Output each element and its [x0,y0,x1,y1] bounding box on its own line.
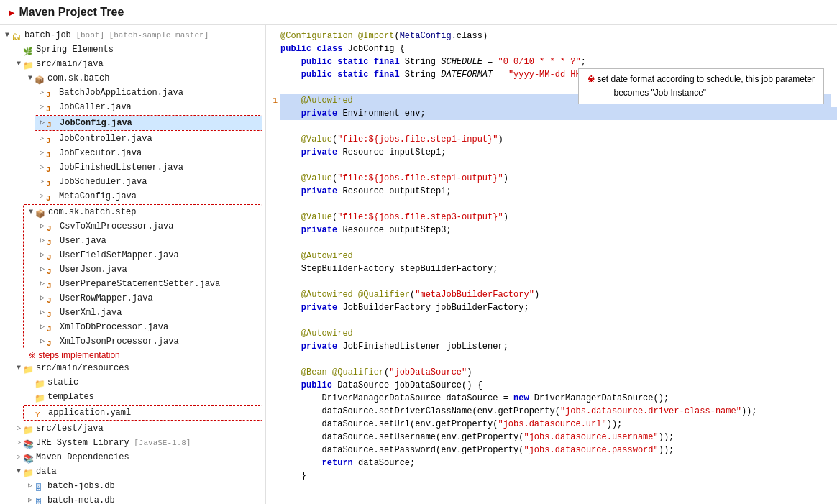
line-content: @Value("file:${jobs.file.step1-input}") [280,133,831,146]
line-content: @Bean @Qualifier("jobDataSource") [280,366,831,379]
code-panel: ※ set date format according to schedule,… [266,25,837,504]
expand-arrow: ▷ [38,335,47,348]
tree-item-BatchJobApplication[interactable]: ▷ J BatchJobApplication.java [0,86,265,100]
tree-label: application.yaml [48,406,131,419]
tree-label: JobScheduler.java [59,175,147,188]
java-icon: J [47,337,58,347]
line-content [280,275,831,288]
project-icon: 🗂 [12,31,23,41]
tree-label: XmlToJsonProcessor.java [60,335,179,348]
expand-arrow [26,376,35,389]
tree-item-CsvToXmlProcessor[interactable]: ▷ J CsvToXmlProcessor.java [24,219,262,234]
tree-item-batch-meta-db[interactable]: ▷ 🗄 batch-meta.db [0,493,265,504]
tree-item-batch-jobs-db[interactable]: ▷ 🗄 batch-jobs.db [0,479,265,493]
tree-label: JRE System Library [36,436,129,449]
expand-arrow: ▷ [38,292,47,305]
code-line-24: @Autowired [269,327,831,340]
expand-arrow: ▷ [14,436,23,449]
tree-label: com.sk.batch [47,72,109,85]
tree-item-JobScheduler[interactable]: ▷ J JobScheduler.java [0,175,265,189]
tree-item-batch-job[interactable]: ▼ 🗂 batch-job [boot] [batch-sample maste… [0,28,265,42]
code-line-17 [269,237,831,249]
tree-item-MetaConfig[interactable]: ▷ J MetaConfig.java [0,189,265,203]
callout-box: ※ set date format according to schedule,… [578,68,824,104]
tree-item-JobCaller[interactable]: ▷ J JobCaller.java [0,100,265,114]
tree-item-application-yaml[interactable]: Y application.yaml [24,406,262,420]
tree-item-data[interactable]: ▼ 📁 data [0,464,265,479]
tree-item-UserXml[interactable]: ▷ J UserXml.java [24,306,262,320]
tree-item-JobFinishedListener[interactable]: ▷ J JobFinishedListener.java [0,160,265,175]
tree-label: UserJson.java [60,263,127,276]
steps-annotation-text: ※ steps implementation [26,349,123,362]
code-line-12: @Value("file:${jobs.file.step1-output}") [269,172,831,185]
tree-item-JobExecutor[interactable]: ▷ J JobExecutor.java [0,146,265,160]
tree-item-UserRowMapper[interactable]: ▷ J UserRowMapper.java [24,291,262,306]
code-line-9: @Value("file:${jobs.file.step1-input}") [269,133,831,146]
lib-icon: 📚 [23,439,35,449]
tree-item-UserPrepareStatementSetter[interactable]: ▷ J UserPrepareStatementSetter.java [24,277,262,291]
tree-label-suffix: [boot] [batch-sample master] [71,29,209,42]
tree-label: batch-job [24,29,71,42]
tree-label: JobExecutor.java [59,147,142,160]
tree-item-XmlToJsonProcessor[interactable]: ▷ J XmlToJsonProcessor.java [24,334,262,349]
line-content: private Environment env; [280,107,837,120]
expand-arrow: ▷ [38,234,47,247]
code-line-20 [269,275,831,288]
line-content [280,314,831,327]
line-content: public static final String SCHEDULE = "0… [280,55,831,68]
tree-item-JobController[interactable]: ▷ J JobController.java [0,132,265,146]
tree-label: src/main/java [36,58,104,70]
line-content: } [280,469,831,482]
tree-item-com-sk-batch[interactable]: ▼ 📦 com.sk.batch [0,71,265,86]
java-icon: J [46,134,58,145]
tree-label: JobConfig.java [60,116,132,129]
tree-item-src-test-java[interactable]: ▷ 📁 src/test/java [0,421,265,436]
tree-panel: ▼ 🗂 batch-job [boot] [batch-sample maste… [0,25,266,504]
line-content: @Autowired @Qualifier("metaJobBuilderFac… [280,288,831,301]
expand-arrow: ▷ [38,220,47,233]
expand-arrow: ▷ [37,86,46,99]
tree-item-XmlToDbProcessor[interactable]: ▷ J XmlToDbProcessor.java [24,320,262,334]
tree-item-src-main-resources[interactable]: ▼ 📁 src/main/resources [0,361,265,375]
tree-label: batch-meta.db [47,494,115,504]
tree-item-com-sk-batch-step[interactable]: ▼ 📦 com.sk.batch.step [24,205,262,219]
tree-item-UserJson[interactable]: ▷ J UserJson.java [24,262,262,277]
java-icon: J [47,251,58,261]
java-icon: J [47,280,58,290]
tree-item-spring-elements[interactable]: 🌿 Spring Elements [0,42,265,57]
tree-item-jre-library[interactable]: ▷ 📚 JRE System Library [JavaSE-1.8] [0,436,265,450]
code-line-31: dataSource.setUrl(env.getProperty("jobs.… [269,418,831,431]
tree-item-UserFieldSetMapper[interactable]: ▷ J UserFieldSetMapper.java [24,248,262,262]
line-content: public DataSource jobDataSource() { [280,379,831,392]
tree-label: XmlToDbProcessor.java [60,321,168,334]
tree-item-JobConfig[interactable]: ▷ J JobConfig.java [35,116,262,130]
code-line-32: dataSource.setUsername(env.getProperty("… [269,431,831,444]
code-line-30: dataSource.setDriverClassName(env.getPro… [269,405,831,418]
java-icon: J [46,149,58,159]
java-icon: J [47,119,58,129]
code-line-22: private JobBuilderFactory jobBuilderFact… [269,301,831,314]
code-line-27: @Bean @Qualifier("jobDataSource") [269,366,831,379]
expand-arrow: ▷ [37,190,46,203]
tree-item-static[interactable]: 📁 static [0,375,265,390]
expand-arrow: ▷ [38,321,47,334]
tree-item-User[interactable]: ▷ J User.java [24,234,262,248]
tree-label: JobCaller.java [59,101,132,114]
tree-label: CsvToXmlProcessor.java [60,220,173,233]
java-icon: J [47,323,58,333]
tree-label: src/test/java [36,422,104,435]
expand-arrow: ▷ [14,451,23,464]
line-content: private JobFinishedListener jobListener; [280,340,831,353]
code-line-21: @Autowired @Qualifier("metaJobBuilderFac… [269,288,831,301]
tree-item-templates[interactable]: 📁 templates [0,390,265,404]
expand-arrow: ▷ [37,161,46,174]
callout-symbol: ※ [587,74,595,84]
tree-item-maven-dependencies[interactable]: ▷ 📚 Maven Dependencies [0,450,265,464]
expand-arrow: ▼ [26,72,35,85]
java-icon: J [47,222,58,232]
tree-label: com.sk.batch.step [48,206,136,219]
tree-label: UserPrepareStatementSetter.java [60,278,220,290]
tree-item-src-main-java[interactable]: ▼ 📁 src/main/java [0,57,265,71]
expand-arrow: ▼ [14,465,23,478]
expand-arrow: ▷ [38,249,47,262]
